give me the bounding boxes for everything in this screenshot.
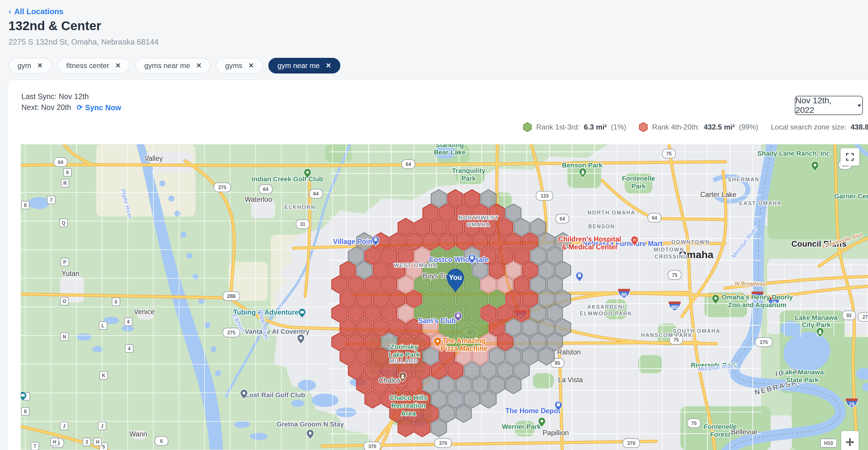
tag-remove-icon[interactable]: ✕ <box>115 62 121 69</box>
rank-hex-cell <box>489 290 504 308</box>
rank-hex-cell <box>398 304 413 322</box>
map-label: Lost Rail Golf Club <box>245 391 305 399</box>
rank-hex-cell <box>398 218 413 236</box>
rank-hex-cell <box>547 276 562 293</box>
rank-hex-cell <box>423 376 438 394</box>
legend-green-pct: (1%) <box>611 123 626 131</box>
road-shield: 28B <box>223 292 240 301</box>
svg-text:92: 92 <box>846 313 852 318</box>
map-label: Shady Lane Ranch, Inc <box>757 150 830 157</box>
date-dropdown-value: Nov 12th, 2022 <box>796 96 851 115</box>
keyword-tag-gym-near-me[interactable]: gym near me✕ <box>268 58 340 73</box>
road-shield: 4 <box>124 318 132 326</box>
rank-hex-cell <box>439 405 455 423</box>
rank-hex-cell <box>555 319 571 336</box>
fullscreen-icon <box>846 153 854 161</box>
svg-text:N: N <box>63 334 66 339</box>
tag-remove-icon[interactable]: ✕ <box>248 62 254 69</box>
rank-hex-cell <box>348 333 364 351</box>
road-shield: N <box>61 333 68 341</box>
road-shield: 0 <box>112 298 120 306</box>
tag-remove-icon[interactable]: ✕ <box>326 62 331 69</box>
road-shield: 75 <box>662 149 676 158</box>
rank-hex-cell <box>481 390 496 408</box>
zoom-in-button[interactable]: + <box>841 431 859 450</box>
rank-hex-cell <box>356 347 372 365</box>
road-shield: J <box>60 422 68 430</box>
rank-hex-cell <box>464 390 479 408</box>
rank-hex-cell <box>348 304 364 322</box>
rank-hex-cell <box>332 276 347 293</box>
rank-hex-cell <box>439 204 455 222</box>
legend-red-hex-icon <box>639 122 648 132</box>
map-label: Gretna Groom N Stay <box>277 420 344 428</box>
road-shield: 8 <box>21 201 29 209</box>
keyword-tag-gym[interactable]: gym✕ <box>8 58 52 73</box>
rank-hex-cell <box>332 304 347 322</box>
rank-hex-cell <box>456 405 471 423</box>
back-to-all-locations-link[interactable]: ‹ All Locations <box>8 7 64 16</box>
map-label: Lake Park <box>389 351 420 358</box>
page-address: 2275 S 132nd St, Omaha, Nebraska 68144 <box>8 37 159 47</box>
rank-hex-cell <box>447 218 463 236</box>
legend-red-pct: (99%) <box>739 123 758 131</box>
road-shield: K <box>100 371 107 379</box>
rank-hex-cell <box>365 247 380 265</box>
tag-remove-icon[interactable]: ✕ <box>37 62 42 69</box>
rank-hex-cell <box>423 233 438 250</box>
rank-hex-cell <box>332 333 347 351</box>
map-canvas[interactable]: 6464646464646427527527527527528B31133505… <box>21 144 868 450</box>
next-sync-text: Next: Nov 20th <box>21 103 71 112</box>
rank-hex-cell <box>506 204 521 222</box>
rank-hex-cell <box>356 262 372 279</box>
rank-hex-cell <box>423 204 438 222</box>
fullscreen-button[interactable] <box>841 148 859 166</box>
tag-remove-icon[interactable]: ✕ <box>196 62 202 69</box>
road-shield: 7 <box>47 196 55 204</box>
svg-text:370: 370 <box>439 441 447 446</box>
sync-info: Last Sync: Nov 12th Next: Nov 20th⟳Sync … <box>21 91 121 113</box>
map-label: Lake Manawa <box>781 368 824 376</box>
rank-hex-cell <box>481 276 496 293</box>
map-label: Indian Creek Golf Club <box>251 175 323 183</box>
road-shield: 6 <box>64 169 71 176</box>
map-label: Village Pointe <box>333 238 378 245</box>
rank-hex-cell <box>398 419 413 437</box>
sync-now-button[interactable]: ⟳Sync Now <box>76 102 121 113</box>
map-label: Tranquility <box>452 167 486 174</box>
rank-hex-cell <box>356 319 372 336</box>
tag-label: gym <box>18 61 31 70</box>
rank-hex-cell <box>506 262 521 279</box>
svg-text:H: H <box>53 440 56 445</box>
road-shield: 64 <box>259 185 272 194</box>
rank-hex-cell <box>497 218 513 236</box>
keyword-tag-fitness-center[interactable]: fitness center✕ <box>57 58 130 73</box>
chevron-down-icon: ▼ <box>856 103 862 108</box>
svg-text:0: 0 <box>115 299 118 304</box>
page: ‹ All Locations 132nd & Center 2275 S 13… <box>0 0 868 450</box>
rank-hex-cell <box>489 319 504 336</box>
rank-hex-cell <box>514 247 529 265</box>
page-title: 132nd & Center <box>8 19 101 33</box>
legend-zone-value: 438.8 mi² <box>850 123 868 131</box>
svg-text:H: H <box>633 238 636 242</box>
road-shield: P <box>61 258 69 266</box>
svg-text:6: 6 <box>160 439 163 444</box>
rank-hex-cell <box>506 319 521 336</box>
rank-hex-cell <box>373 262 389 279</box>
legend-red-value: 432.5 mi² <box>704 123 735 131</box>
back-link-label: All Locations <box>14 7 63 16</box>
rank-hex-cell <box>489 347 504 365</box>
road-shield: J <box>98 422 106 430</box>
road-shield: 275 <box>214 183 231 192</box>
keyword-tag-gyms-near-me[interactable]: gyms near me✕ <box>135 58 211 73</box>
rank-hex-cell <box>439 290 455 308</box>
rank-hex-cell <box>539 233 554 250</box>
rank-hex-cell <box>481 304 496 322</box>
date-dropdown[interactable]: Nov 12th, 2022 ▼ <box>795 96 863 115</box>
svg-text:O: O <box>63 299 66 304</box>
map-label: City Park <box>802 321 831 329</box>
keyword-tag-gyms[interactable]: gyms✕ <box>216 58 263 73</box>
rank-hex-cell <box>530 333 546 351</box>
rank-hex-cell <box>464 362 479 380</box>
